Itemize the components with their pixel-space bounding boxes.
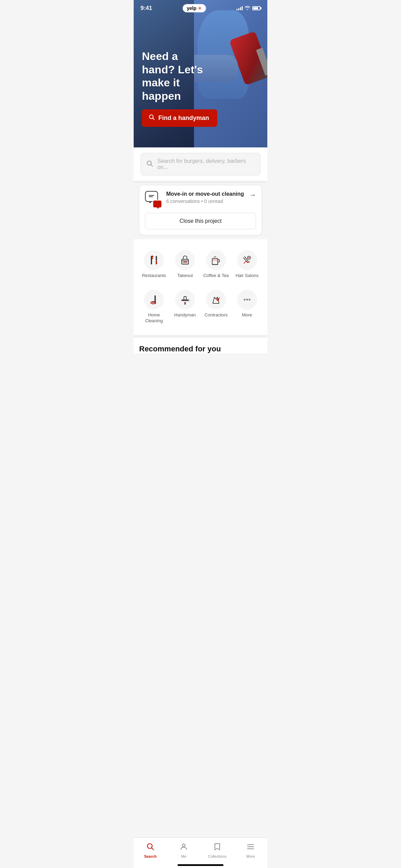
chat-bubble-sub [153,200,162,208]
status-bar: 9:41 yelp ✳ [134,0,267,15]
search-bar[interactable]: Search for burgers, delivery, barbers on… [141,153,260,176]
search-icon [146,160,153,169]
home-cleaning-label: Home Cleaning [141,312,168,324]
handyman-icon-wrap [175,290,195,310]
recommended-section: Recommended for you [134,335,267,353]
svg-point-16 [248,257,250,258]
svg-rect-10 [183,262,185,263]
svg-point-7 [151,256,153,257]
close-project-button[interactable]: Close this project [145,213,256,229]
status-time: 9:41 [141,5,152,12]
category-contractors[interactable]: Contractors [201,286,231,328]
more-icon-wrap [237,290,257,310]
wifi-icon [245,5,250,11]
project-title: Move-in or move-out cleaning [166,191,244,197]
svg-point-26 [244,299,245,300]
category-restaurants[interactable]: Restaurants [139,246,169,283]
contractors-label: Contractors [205,312,228,318]
arrow-right-icon: → [249,191,256,199]
category-more[interactable]: More [232,286,262,328]
project-card: Move-in or move-out cleaning 6 conversat… [139,185,262,235]
more-categories-label: More [242,312,252,318]
project-header: Move-in or move-out cleaning 6 conversat… [145,191,256,208]
category-takeout[interactable]: Takeout [170,246,200,283]
hero-content: Need a hand? Let's make it happen Find a… [142,50,209,127]
battery-icon [252,6,260,10]
recommended-title: Recommended for you [139,345,262,353]
categories-section: Restaurants Takeout [134,239,267,335]
hair-salons-label: Hair Salons [235,273,258,279]
coffee-tea-label: Coffee & Tea [203,273,229,279]
takeout-icon-wrap [175,250,195,270]
category-home-cleaning[interactable]: Home Cleaning [139,286,169,328]
find-handyman-label: Find a handyman [158,114,209,122]
category-hair-salons[interactable]: Hair Salons [232,246,262,283]
hair-salons-icon-wrap [237,250,257,270]
home-cleaning-icon-wrap [144,290,164,310]
find-handyman-button[interactable]: Find a handyman [142,109,217,127]
svg-point-27 [246,299,248,300]
svg-rect-6 [152,258,153,259]
svg-rect-13 [212,259,217,261]
project-meta: 6 conversations • 0 unread [166,198,244,204]
svg-rect-5 [156,256,157,261]
search-input[interactable]: Search for burgers, delivery, barbers on… [157,158,255,170]
handyman-label: Handyman [174,312,196,318]
coffee-icon-wrap [206,250,226,270]
restaurants-label: Restaurants [142,273,166,279]
yelp-logo-text: yelp [187,5,196,11]
takeout-label: Takeout [177,273,193,279]
contractors-icon-wrap [206,290,226,310]
search-icon [149,114,155,122]
category-coffee-tea[interactable]: Coffee & Tea [201,246,231,283]
project-info: Move-in or move-out cleaning 6 conversat… [145,191,244,208]
svg-rect-11 [185,262,187,263]
yelp-star-icon: ✳ [198,5,202,11]
search-section: Search for burgers, delivery, barbers on… [134,147,267,181]
project-text: Move-in or move-out cleaning 6 conversat… [166,191,244,204]
svg-rect-23 [185,302,185,304]
hero-section: 9:41 yelp ✳ [134,0,267,147]
restaurants-icon-wrap [144,250,164,270]
svg-rect-8 [181,259,189,264]
yelp-logo: yelp ✳ [183,4,206,12]
category-handyman[interactable]: Handyman [170,286,200,328]
signal-icon [236,6,243,10]
chat-icon [145,191,162,208]
hero-title: Need a hand? Let's make it happen [142,50,209,103]
categories-grid: Restaurants Takeout [139,246,262,328]
svg-point-28 [248,299,250,300]
status-icons [236,5,260,11]
